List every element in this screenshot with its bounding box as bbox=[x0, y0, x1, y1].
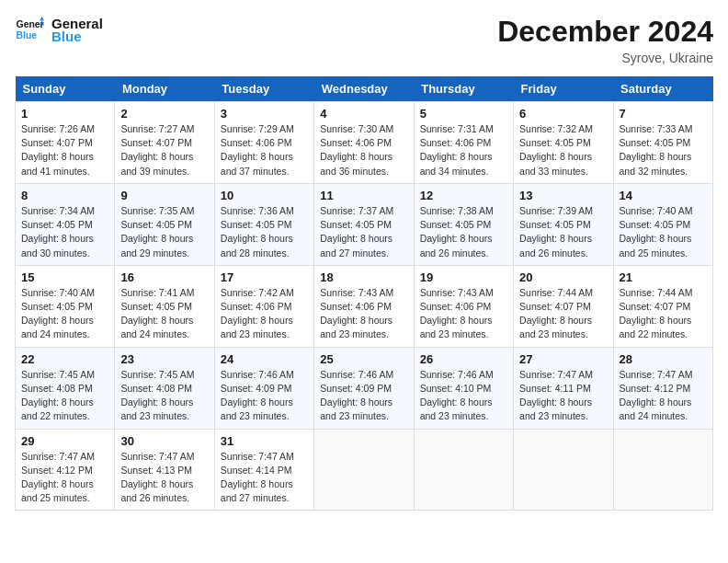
day-number: 8 bbox=[21, 189, 108, 202]
day-number: 14 bbox=[620, 189, 707, 202]
calendar-cell: 3Sunrise: 7:29 AMSunset: 4:06 PMDaylight… bbox=[214, 102, 313, 184]
calendar-cell: 17Sunrise: 7:42 AMSunset: 4:06 PMDayligh… bbox=[214, 265, 313, 347]
calendar-cell: 4Sunrise: 7:30 AMSunset: 4:06 PMDaylight… bbox=[314, 102, 414, 184]
day-number: 5 bbox=[420, 107, 507, 121]
calendar-cell: 22Sunrise: 7:45 AMSunset: 4:08 PMDayligh… bbox=[16, 347, 115, 429]
calendar-cell: 9Sunrise: 7:35 AMSunset: 4:05 PMDaylight… bbox=[115, 183, 214, 265]
week-row-4: 22Sunrise: 7:45 AMSunset: 4:08 PMDayligh… bbox=[16, 347, 713, 429]
week-row-1: 1Sunrise: 7:26 AMSunset: 4:07 PMDaylight… bbox=[16, 102, 713, 184]
calendar-cell: 19Sunrise: 7:43 AMSunset: 4:06 PMDayligh… bbox=[414, 265, 513, 347]
day-detail: Sunrise: 7:47 AMSunset: 4:12 PMDaylight:… bbox=[21, 450, 108, 506]
day-detail: Sunrise: 7:40 AMSunset: 4:05 PMDaylight:… bbox=[620, 204, 707, 260]
day-detail: Sunrise: 7:46 AMSunset: 4:09 PMDaylight:… bbox=[221, 368, 308, 424]
calendar-cell: 12Sunrise: 7:38 AMSunset: 4:05 PMDayligh… bbox=[414, 183, 513, 265]
logo: General Blue General Blue bbox=[15, 15, 103, 44]
title-block: December 2024 Syrove, Ukraine bbox=[497, 15, 713, 65]
day-number: 17 bbox=[221, 270, 308, 284]
calendar-cell: 1Sunrise: 7:26 AMSunset: 4:07 PMDaylight… bbox=[16, 102, 115, 184]
calendar-cell: 27Sunrise: 7:47 AMSunset: 4:11 PMDayligh… bbox=[514, 347, 613, 429]
calendar-cell: 21Sunrise: 7:44 AMSunset: 4:07 PMDayligh… bbox=[613, 265, 712, 347]
day-detail: Sunrise: 7:30 AMSunset: 4:06 PMDaylight:… bbox=[320, 122, 407, 178]
calendar-cell: 18Sunrise: 7:43 AMSunset: 4:06 PMDayligh… bbox=[314, 265, 414, 347]
day-detail: Sunrise: 7:26 AMSunset: 4:07 PMDaylight:… bbox=[21, 122, 108, 178]
weekday-header-wednesday: Wednesday bbox=[314, 76, 414, 102]
day-detail: Sunrise: 7:46 AMSunset: 4:09 PMDaylight:… bbox=[320, 368, 407, 424]
day-number: 12 bbox=[420, 189, 507, 202]
day-detail: Sunrise: 7:47 AMSunset: 4:12 PMDaylight:… bbox=[620, 368, 707, 424]
calendar-cell: 7Sunrise: 7:33 AMSunset: 4:05 PMDaylight… bbox=[613, 102, 712, 184]
weekday-header-friday: Friday bbox=[514, 76, 613, 102]
calendar-cell: 29Sunrise: 7:47 AMSunset: 4:12 PMDayligh… bbox=[16, 429, 115, 511]
calendar-cell: 25Sunrise: 7:46 AMSunset: 4:09 PMDayligh… bbox=[314, 347, 414, 429]
day-number: 30 bbox=[120, 434, 208, 448]
page-header: General Blue General Blue December 2024 … bbox=[15, 15, 713, 65]
day-detail: Sunrise: 7:35 AMSunset: 4:05 PMDaylight:… bbox=[120, 204, 208, 260]
day-detail: Sunrise: 7:43 AMSunset: 4:06 PMDaylight:… bbox=[420, 286, 507, 342]
calendar-cell: 23Sunrise: 7:45 AMSunset: 4:08 PMDayligh… bbox=[115, 347, 214, 429]
weekday-header-monday: Monday bbox=[115, 76, 214, 102]
calendar-cell: 31Sunrise: 7:47 AMSunset: 4:14 PMDayligh… bbox=[214, 429, 313, 511]
weekday-header-sunday: Sunday bbox=[16, 76, 115, 102]
day-number: 27 bbox=[519, 352, 607, 366]
weekday-header-saturday: Saturday bbox=[613, 76, 712, 102]
day-number: 11 bbox=[320, 189, 407, 202]
week-row-2: 8Sunrise: 7:34 AMSunset: 4:05 PMDaylight… bbox=[16, 183, 713, 265]
logo-icon: General Blue bbox=[15, 15, 44, 44]
week-row-3: 15Sunrise: 7:40 AMSunset: 4:05 PMDayligh… bbox=[16, 265, 713, 347]
day-number: 20 bbox=[519, 270, 607, 284]
calendar-table: SundayMondayTuesdayWednesdayThursdayFrid… bbox=[15, 76, 713, 511]
calendar-cell: 2Sunrise: 7:27 AMSunset: 4:07 PMDaylight… bbox=[115, 102, 214, 184]
day-number: 7 bbox=[620, 107, 707, 121]
calendar-cell: 5Sunrise: 7:31 AMSunset: 4:06 PMDaylight… bbox=[414, 102, 513, 184]
day-number: 16 bbox=[120, 270, 208, 284]
month-title: December 2024 bbox=[497, 15, 713, 49]
svg-marker-2 bbox=[40, 17, 44, 21]
week-row-5: 29Sunrise: 7:47 AMSunset: 4:12 PMDayligh… bbox=[16, 429, 713, 511]
day-detail: Sunrise: 7:29 AMSunset: 4:06 PMDaylight:… bbox=[221, 122, 308, 178]
day-number: 22 bbox=[21, 352, 108, 366]
day-number: 28 bbox=[620, 352, 707, 366]
weekday-header-thursday: Thursday bbox=[414, 76, 513, 102]
day-number: 9 bbox=[120, 189, 208, 202]
calendar-cell: 10Sunrise: 7:36 AMSunset: 4:05 PMDayligh… bbox=[214, 183, 313, 265]
day-detail: Sunrise: 7:43 AMSunset: 4:06 PMDaylight:… bbox=[320, 286, 407, 342]
day-detail: Sunrise: 7:40 AMSunset: 4:05 PMDaylight:… bbox=[21, 286, 108, 342]
day-number: 18 bbox=[320, 270, 407, 284]
day-number: 4 bbox=[320, 107, 407, 121]
day-number: 15 bbox=[21, 270, 108, 284]
day-detail: Sunrise: 7:44 AMSunset: 4:07 PMDaylight:… bbox=[519, 286, 607, 342]
calendar-cell: 8Sunrise: 7:34 AMSunset: 4:05 PMDaylight… bbox=[16, 183, 115, 265]
calendar-cell: 15Sunrise: 7:40 AMSunset: 4:05 PMDayligh… bbox=[16, 265, 115, 347]
location-subtitle: Syrove, Ukraine bbox=[497, 51, 713, 65]
day-number: 21 bbox=[620, 270, 707, 284]
calendar-cell: 28Sunrise: 7:47 AMSunset: 4:12 PMDayligh… bbox=[613, 347, 712, 429]
weekday-header-tuesday: Tuesday bbox=[214, 76, 313, 102]
day-detail: Sunrise: 7:32 AMSunset: 4:05 PMDaylight:… bbox=[519, 122, 607, 178]
day-detail: Sunrise: 7:36 AMSunset: 4:05 PMDaylight:… bbox=[221, 204, 308, 260]
calendar-cell: 26Sunrise: 7:46 AMSunset: 4:10 PMDayligh… bbox=[414, 347, 513, 429]
day-number: 2 bbox=[120, 107, 208, 121]
calendar-cell: 24Sunrise: 7:46 AMSunset: 4:09 PMDayligh… bbox=[214, 347, 313, 429]
calendar-cell bbox=[514, 429, 613, 511]
calendar-cell: 14Sunrise: 7:40 AMSunset: 4:05 PMDayligh… bbox=[613, 183, 712, 265]
day-detail: Sunrise: 7:34 AMSunset: 4:05 PMDaylight:… bbox=[21, 204, 108, 260]
day-number: 13 bbox=[519, 189, 607, 202]
day-detail: Sunrise: 7:44 AMSunset: 4:07 PMDaylight:… bbox=[620, 286, 707, 342]
calendar-cell: 16Sunrise: 7:41 AMSunset: 4:05 PMDayligh… bbox=[115, 265, 214, 347]
calendar-cell bbox=[314, 429, 414, 511]
day-number: 24 bbox=[221, 352, 308, 366]
calendar-cell bbox=[613, 429, 712, 511]
day-detail: Sunrise: 7:46 AMSunset: 4:10 PMDaylight:… bbox=[420, 368, 507, 424]
day-number: 19 bbox=[420, 270, 507, 284]
svg-text:Blue: Blue bbox=[17, 30, 38, 40]
calendar-cell: 11Sunrise: 7:37 AMSunset: 4:05 PMDayligh… bbox=[314, 183, 414, 265]
day-number: 29 bbox=[21, 434, 108, 448]
calendar-cell bbox=[414, 429, 513, 511]
calendar-cell: 6Sunrise: 7:32 AMSunset: 4:05 PMDaylight… bbox=[514, 102, 613, 184]
day-detail: Sunrise: 7:27 AMSunset: 4:07 PMDaylight:… bbox=[120, 122, 208, 178]
day-detail: Sunrise: 7:37 AMSunset: 4:05 PMDaylight:… bbox=[320, 204, 407, 260]
day-number: 23 bbox=[120, 352, 208, 366]
day-number: 3 bbox=[221, 107, 308, 121]
day-detail: Sunrise: 7:47 AMSunset: 4:11 PMDaylight:… bbox=[519, 368, 607, 424]
day-number: 31 bbox=[221, 434, 308, 448]
